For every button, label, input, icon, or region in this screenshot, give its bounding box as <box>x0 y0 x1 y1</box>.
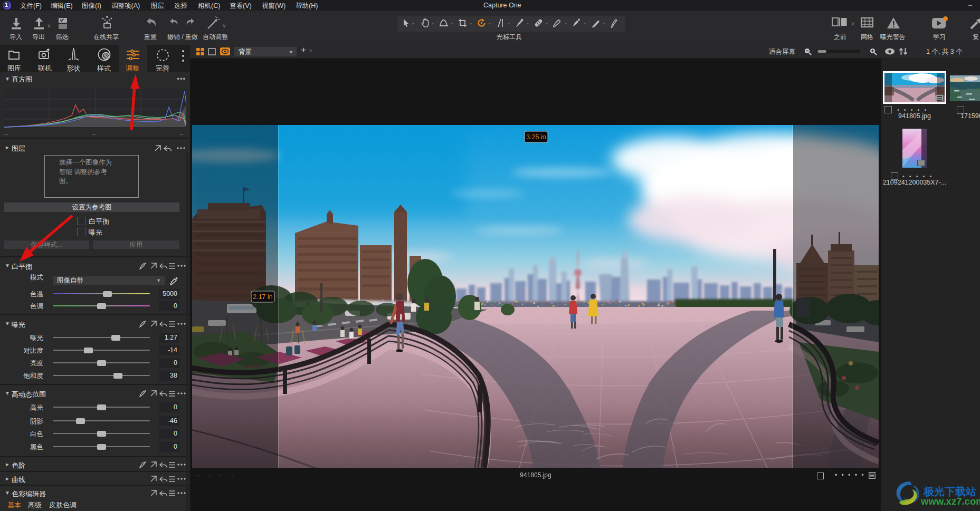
svg-text:2.17 in: 2.17 in <box>253 293 273 301</box>
svg-text:3.25 in: 3.25 in <box>526 133 546 141</box>
